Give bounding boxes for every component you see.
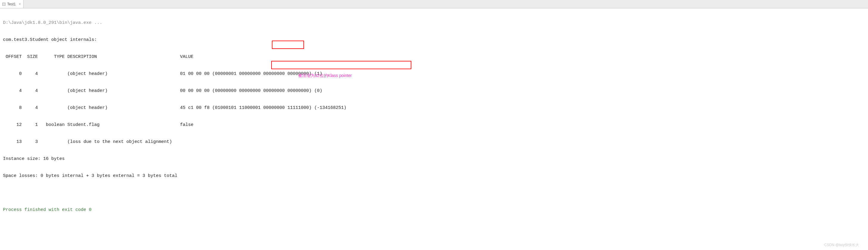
annotation-klass-pointer: 被压缩为32位的Klass pointer — [298, 72, 352, 80]
space-losses: Space losses: 0 bytes internal + 3 bytes… — [3, 172, 865, 180]
console-output: D:\Java\jdk1.8.0_291\bin\java.exe ... co… — [0, 8, 868, 250]
tab-test1[interactable]: Test1 × — [0, 0, 24, 8]
table-row: 0 4 (object header) 01 00 00 00 (0000000… — [3, 70, 865, 79]
exit-code: Process finished with exit code 0 — [3, 206, 865, 215]
tab-label: Test1 — [7, 2, 16, 6]
console-icon — [2, 3, 5, 6]
table-row: 8 4 (object header) 45 c1 00 f8 (0100010… — [3, 104, 865, 112]
exec-path: D:\Java\jdk1.8.0_291\bin\java.exe ... — [3, 19, 865, 27]
instance-size: Instance size: 16 bytes — [3, 155, 865, 164]
table-row: 4 4 (object header) 00 00 00 00 (0000000… — [3, 87, 865, 95]
table-row: 13 3 (loss due to the next object alignm… — [3, 138, 865, 146]
close-icon[interactable]: × — [19, 2, 21, 6]
watermark: CSDN @boy快快长大 — [824, 243, 859, 248]
table-row: 12 1 boolean Student.flag false — [3, 121, 865, 130]
columns: OFFSET SIZE TYPE DESCRIPTION VALUE — [3, 53, 865, 61]
tab-bar: Test1 × — [0, 0, 868, 8]
highlight-box-klass — [271, 61, 411, 69]
object-header: com.test3.Student object internals: — [3, 36, 865, 45]
